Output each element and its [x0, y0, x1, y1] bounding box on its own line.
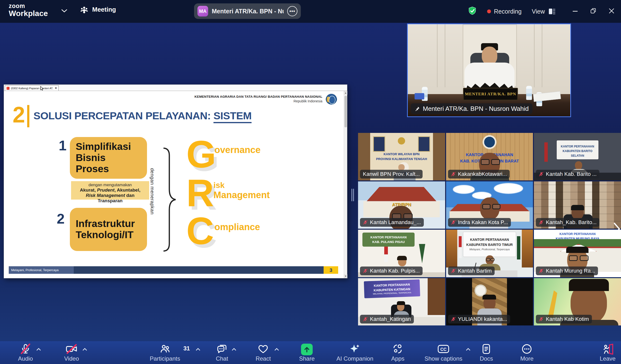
view-label: View: [532, 8, 545, 15]
avatar: MA: [197, 6, 208, 17]
participant-tile[interactable]: KANTOR PERTANAHANKABUPATEN BARITO TIMUR …: [446, 230, 533, 277]
scroll-up-icon[interactable]: ▲: [344, 91, 347, 95]
participant-grid: KANTOR WILAYAH BPNPROVINSI KALIMANTAN TE…: [358, 133, 621, 325]
meeting-title: Menteri ATR/Ka. BPN - Nusron W: [212, 8, 284, 15]
participant-tile[interactable]: Kantah Kab Kotim: [534, 278, 621, 326]
mic-muted-icon: [539, 220, 544, 225]
captions-icon: CC: [437, 344, 449, 354]
participant-nametag: Indra Kakan Kota P...: [448, 218, 511, 227]
mic-muted-icon: [451, 220, 456, 225]
participant-tile[interactable]: KANTOR PERTANAHANKABUPATEN MURUNG RAYA K…: [534, 230, 621, 277]
participant-nametag: Kantah_Katingan: [360, 315, 414, 324]
participant-count: 31: [183, 345, 190, 352]
participant-tile[interactable]: KANTOR PERTANAHANKABUPATEN KATINGAN MELA…: [358, 278, 445, 326]
participants-options-chevron[interactable]: [196, 347, 201, 352]
panel-resize-handle[interactable]: [351, 189, 354, 201]
participant-tile[interactable]: YULIANDI kakanta...: [446, 278, 533, 326]
audio-button[interactable]: Audio: [18, 344, 33, 362]
view-layout-icon: [548, 8, 555, 15]
leave-button[interactable]: Leave: [600, 344, 615, 362]
apps-button[interactable]: Apps: [391, 344, 405, 362]
chat-button[interactable]: Chat: [216, 344, 228, 362]
minimize-icon[interactable]: [572, 8, 578, 15]
zoom-meeting-window: zoom Workplace Meeting MA Menteri ATR/Ka…: [0, 0, 621, 364]
more-button[interactable]: More: [520, 344, 534, 362]
participant-tile[interactable]: ATR/BPN Kantah Lamandau_...: [358, 182, 445, 229]
participants-icon: [160, 344, 170, 354]
note-line1: dengan mengutamakan: [73, 182, 147, 187]
docs-button[interactable]: Docs: [480, 344, 493, 362]
svg-text:CC: CC: [440, 347, 447, 352]
slide-scrollbar[interactable]: ▲ ▼: [344, 91, 347, 278]
mic-muted-icon: [451, 317, 456, 322]
tab-meeting[interactable]: Meeting: [80, 6, 116, 13]
grc-letter-c: C: [186, 215, 214, 247]
scrollbar-thumb[interactable]: [345, 96, 347, 127]
slide-canvas: KEMENTERIAN AGRARIA DAN TATA RUANG/ BADA…: [4, 91, 344, 278]
react-button[interactable]: React: [256, 344, 271, 362]
react-options-chevron[interactable]: [274, 347, 279, 352]
participant-tile[interactable]: KANTOR PERTANAHANKAB. PULANG PISAU Kanta…: [358, 230, 445, 277]
ministry-header-line1: KEMENTERIAN AGRARIA DAN TATA RUANG/ BADA…: [194, 95, 322, 99]
participant-tile[interactable]: ATR/BPN Indra Kakan Kota P...: [446, 182, 533, 229]
active-speaker-video[interactable]: MENTERI ATR/KA. BPN Menteri ATR/Ka. BPN …: [407, 24, 571, 117]
chevron-down-icon[interactable]: [61, 9, 68, 14]
meeting-toolbar: Audio Video 31: [0, 341, 621, 364]
scroll-down-icon[interactable]: ▼: [344, 274, 347, 278]
docs-icon: [482, 344, 491, 354]
captions-options-chevron[interactable]: [466, 347, 471, 352]
close-icon[interactable]: [608, 8, 615, 15]
show-captions-button[interactable]: CC Show captions: [425, 344, 462, 362]
participant-tile[interactable]: KANTOR WILAYAH BPNPROVINSI KALIMANTAN TE…: [358, 133, 445, 181]
meeting-tab-label: Meeting: [92, 6, 116, 13]
apps-icon: [393, 344, 403, 354]
curly-brace: [157, 147, 183, 253]
mic-muted-icon: [539, 172, 544, 177]
mic-muted-icon: [539, 268, 544, 273]
heart-icon: [258, 344, 269, 354]
participant-nametag: Kantah Kab. Pulpis...: [360, 266, 423, 275]
pin-icon: [414, 106, 420, 111]
title-bar: zoom Workplace Meeting MA Menteri ATR/Ka…: [0, 0, 621, 23]
slide-title-main: SOLUSI PERCEPATAN PELAYANAN:: [34, 110, 213, 121]
participant-tile[interactable]: KANTOR PERTANAHANKABUPATEN BARITO SELATA…: [534, 133, 621, 181]
document-tab-bar: (0302 Kalteng) Paparan Menteri AT... ✕: [4, 85, 347, 91]
document-tab[interactable]: (0302 Kalteng) Paparan Menteri AT... ✕: [5, 85, 59, 91]
participant-nametag: Kantah Bartim: [448, 266, 495, 275]
title-accent-bar: [27, 105, 29, 127]
security-shield-icon[interactable]: [468, 6, 477, 17]
video-button[interactable]: Video: [64, 344, 79, 362]
view-button[interactable]: View: [532, 8, 555, 15]
restore-window-icon[interactable]: [590, 8, 597, 15]
meeting-options-icon[interactable]: •••: [287, 6, 297, 16]
mouse-cursor: [40, 86, 44, 91]
audio-options-chevron[interactable]: [36, 347, 41, 352]
share-button[interactable]: Share: [299, 344, 315, 362]
participant-tile[interactable]: KANTOR PERTANAHANKAB. KOTAWARINGIN BARAT…: [446, 133, 533, 181]
ai-companion-button[interactable]: AI Companion: [336, 344, 373, 362]
participant-tile[interactable]: Kantah_Kab. Barito...: [534, 182, 621, 229]
mic-muted-icon: [451, 268, 456, 273]
recording-indicator[interactable]: Recording: [487, 8, 521, 15]
point1-number: 1: [59, 138, 67, 152]
document-tab-title: (0302 Kalteng) Paparan Menteri AT...: [11, 87, 53, 90]
speaker-face: [482, 47, 497, 65]
tab-close-icon[interactable]: ✕: [55, 87, 57, 90]
next-page-chevron-icon[interactable]: [613, 222, 621, 237]
speaker-name: Menteri ATR/Ka. BPN - Nusron Wahid: [423, 105, 529, 113]
ministry-logo: [325, 93, 337, 105]
people-icon: [80, 6, 88, 13]
recording-dot-icon: [487, 9, 491, 13]
chat-icon: [217, 344, 227, 354]
mic-muted-icon: [363, 317, 368, 322]
shared-screen-window[interactable]: (0302 Kalteng) Paparan Menteri AT... ✕ K…: [4, 85, 347, 278]
participants-button[interactable]: 31 Participants: [150, 344, 180, 362]
speaker-nameplate: MENTERI ATR/KA. BPN: [463, 88, 518, 100]
mic-muted-icon: [21, 344, 30, 354]
point1-note-box: dengan mengutamakan Akurat, Prudent, Aku…: [71, 181, 149, 199]
chat-options-chevron[interactable]: [231, 347, 236, 352]
active-meeting-pill[interactable]: MA Menteri ATR/Ka. BPN - Nusron W •••: [194, 3, 301, 19]
slide-footer-bar: Melayani, Profesional, Terpercaya 3: [9, 266, 338, 274]
pdf-icon: [7, 87, 9, 90]
video-options-chevron[interactable]: [82, 347, 87, 352]
